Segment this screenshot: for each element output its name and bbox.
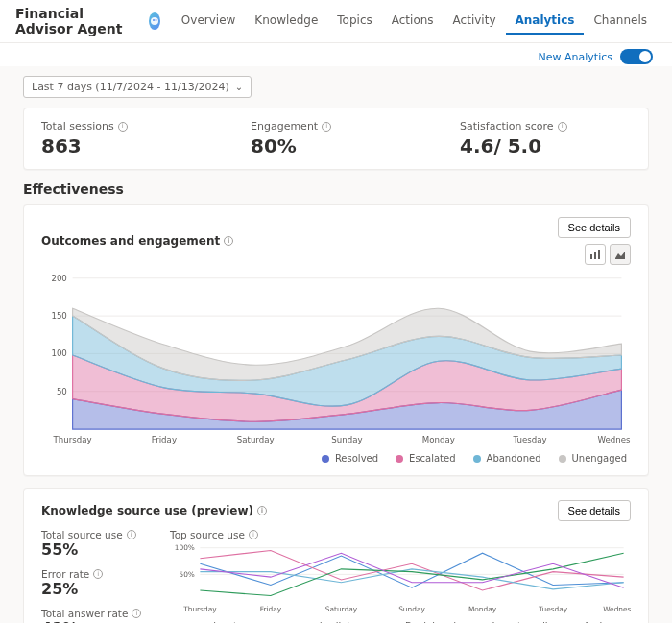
svg-text:Saturday: Saturday [325,605,358,613]
svg-text:100%: 100% [175,544,195,552]
legend-item[interactable]: Abandoned [473,453,541,464]
svg-text:100: 100 [51,348,66,358]
stat-label: Error rate [41,568,89,580]
knowledge-card: Knowledge source use (preview)i See deta… [23,488,649,623]
svg-text:Wednesday: Wednesday [597,435,631,444]
svg-text:Thursday: Thursday [53,435,92,444]
svg-text:150: 150 [51,311,66,321]
svg-text:Sunday: Sunday [398,605,425,613]
tab-knowledge[interactable]: Knowledge [245,8,327,35]
svg-text:50: 50 [57,387,67,396]
tab-topics[interactable]: Topics [327,8,381,35]
outcomes-legend: ResolvedEscalatedAbandonedUnengaged [41,447,631,464]
knowledge-title: Knowledge source use (preview) [41,504,253,517]
kpi-engagement: Engagementi 80% [251,120,421,157]
svg-rect-4 [594,252,596,259]
stat-value: 25% [41,580,147,598]
svg-text:Tuesday: Tuesday [513,435,547,444]
svg-text:Monday: Monday [468,605,497,613]
nav-tabs: OverviewKnowledgeTopicsActionsActivityAn… [172,8,657,35]
legend-item[interactable]: Unengaged [559,453,627,464]
svg-text:Thursday: Thursday [182,605,217,613]
knowledge-legend: morningstar.comnerdwallet.comBogleheadsI… [170,615,631,623]
svg-point-0 [151,17,158,25]
svg-rect-5 [598,250,600,259]
tab-overview[interactable]: Overview [172,8,246,35]
tab-channels[interactable]: Channels [584,8,657,35]
info-icon[interactable]: i [257,506,267,515]
kpi-value: 4.6/ 5.0 [460,134,631,157]
stat-label: Total answer rate [41,608,128,619]
info-icon[interactable]: i [118,122,128,132]
top-source-label: Top source use [170,529,245,540]
kpi-satisfaction: Satisfaction scorei 4.6/ 5.0 [460,120,631,157]
kpi-total-sessions: Total sessionsi 863 [41,120,212,157]
svg-text:Saturday: Saturday [237,435,275,444]
kpi-label: Satisfaction score [460,120,554,132]
svg-text:50%: 50% [179,570,194,579]
kpi-card: Total sessionsi 863 Engagementi 80% Sati… [23,108,649,170]
info-icon[interactable]: i [558,122,567,132]
legend-item[interactable]: Resolved [322,453,378,464]
bar-chart-icon[interactable] [585,244,606,265]
stat-label: Total source use [41,529,123,540]
section-title-effectiveness: Effectiveness [23,181,649,197]
knowledge-stats: Total source usei 55% Error ratei 25% To… [41,529,147,623]
stat-value: 41% [41,619,147,623]
kpi-value: 863 [41,134,212,157]
info-icon[interactable]: i [249,530,258,539]
outcomes-title: Outcomes and engagement [41,234,220,248]
kpi-value: 80% [251,134,421,157]
kpi-label: Total sessions [41,120,114,132]
info-icon[interactable]: i [322,122,331,132]
see-details-button[interactable]: See details [558,500,631,521]
legend-item[interactable]: Escalated [396,453,455,464]
svg-text:200: 200 [51,274,66,283]
date-range-label: Last 7 days (11/7/2024 - 11/13/2024) [32,81,229,93]
svg-text:Friday: Friday [152,435,177,444]
svg-text:Wednesday: Wednesday [603,605,631,613]
info-icon[interactable]: i [127,530,136,539]
see-details-button[interactable]: See details [558,217,631,238]
info-icon[interactable]: i [93,569,103,579]
tab-analytics[interactable]: Analytics [506,8,585,35]
page-body: Last 7 days (11/7/2024 - 11/13/2024) ⌄ T… [0,66,672,623]
tab-activity[interactable]: Activity [444,8,506,35]
info-icon[interactable]: i [224,236,233,246]
svg-point-1 [153,19,155,21]
outcomes-chart: 50100150200ThursdayFridaySaturdaySundayM… [41,273,631,447]
svg-point-2 [155,19,156,21]
knowledge-chart-wrap: Top source usei 50%100%ThursdayFridaySat… [170,529,631,623]
svg-text:Sunday: Sunday [331,435,362,444]
chevron-down-icon: ⌄ [235,82,243,92]
kpi-label: Engagement [251,120,318,132]
new-analytics-toggle[interactable] [620,49,653,64]
svg-text:Tuesday: Tuesday [538,605,568,613]
new-analytics-label: New Analytics [539,51,612,63]
date-range-picker[interactable]: Last 7 days (11/7/2024 - 11/13/2024) ⌄ [23,76,252,98]
app-title: Financial Advisor Agent [15,6,137,36]
svg-text:Monday: Monday [422,435,455,444]
tab-actions[interactable]: Actions [382,8,444,35]
subbar: New Analytics [0,43,672,66]
bot-icon [149,12,160,30]
outcomes-card: Outcomes and engagementi See details 501… [23,204,649,476]
svg-rect-3 [590,254,592,259]
topbar: Financial Advisor Agent OverviewKnowledg… [0,0,672,43]
info-icon[interactable]: i [132,609,141,618]
svg-text:Friday: Friday [260,605,282,613]
stat-value: 55% [41,540,147,559]
area-chart-icon[interactable] [610,244,631,265]
